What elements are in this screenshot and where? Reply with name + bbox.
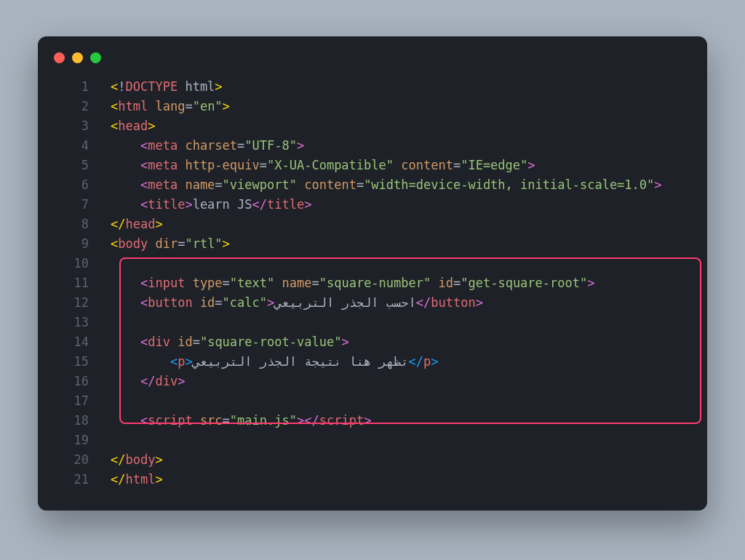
code-content[interactable]: <meta charset="UTF-8"> [111,138,304,153]
line-number: 2 [38,99,111,113]
code-line[interactable]: 18 <script src="main.js"></script> [38,410,707,430]
code-content[interactable]: <p>تظهر هنا نتيجة الجذر التربيعي</p> [111,354,438,369]
line-number: 12 [38,295,111,310]
line-number: 15 [38,354,111,369]
line-number: 13 [38,315,111,329]
code-line[interactable]: 14 <div id="square-root-value"> [38,332,707,351]
line-number: 20 [38,452,111,467]
line-number: 6 [38,177,111,192]
code-line[interactable]: 12 <button id="calc">احسب الجذر التربيعي… [38,292,707,312]
code-editor-window: 1<!DOCTYPE html>2<html lang="en">3<head>… [38,36,707,511]
code-line[interactable]: 10 [38,253,707,273]
code-line[interactable]: 16 </div> [38,371,707,391]
code-content[interactable]: <input type="text" name="square-number" … [111,276,594,290]
code-content[interactable]: <button id="calc">احسب الجذر التربيعي</b… [111,295,483,310]
code-content[interactable]: <script src="main.js"></script> [111,413,371,428]
code-line[interactable]: 21</html> [38,469,707,489]
code-line[interactable]: 6 <meta name="viewport" content="width=d… [38,175,707,194]
code-line[interactable]: 7 <title>learn JS</title> [38,194,707,214]
line-number: 17 [38,393,111,408]
line-number: 21 [38,472,111,487]
code-line[interactable]: 13 [38,312,707,332]
line-number: 4 [38,138,111,153]
close-icon[interactable] [54,52,65,63]
line-number: 3 [38,119,111,133]
code-line[interactable]: 20</body> [38,449,707,469]
code-line[interactable]: 1<!DOCTYPE html> [38,76,707,96]
code-content[interactable]: </div> [111,374,185,388]
line-number: 10 [38,256,111,271]
line-number: 5 [38,158,111,172]
code-content[interactable]: <!DOCTYPE html> [111,79,223,94]
maximize-icon[interactable] [90,52,101,63]
code-line[interactable]: 4 <meta charset="UTF-8"> [38,135,707,155]
code-content[interactable]: </html> [111,472,163,487]
line-number: 8 [38,217,111,231]
code-line[interactable]: 5 <meta http-equiv="X-UA-Compatible" con… [38,155,707,175]
code-content[interactable]: <body dir="rtl"> [111,236,230,251]
line-number: 19 [38,433,111,447]
code-content[interactable]: <head> [111,119,155,133]
code-line[interactable]: 15 <p>تظهر هنا نتيجة الجذر التربيعي</p> [38,351,707,371]
code-content[interactable]: <title>learn JS</title> [111,197,311,212]
line-number: 16 [38,374,111,388]
code-content[interactable]: <html lang="en"> [111,99,230,113]
code-line[interactable]: 9<body dir="rtl"> [38,233,707,253]
code-line[interactable]: 19 [38,430,707,449]
window-controls [38,52,707,63]
code-line[interactable]: 8</head> [38,214,707,233]
code-content[interactable]: <meta name="viewport" content="width=dev… [111,177,662,192]
line-number: 11 [38,276,111,290]
line-number: 18 [38,413,111,428]
code-content[interactable]: <meta http-equiv="X-UA-Compatible" conte… [111,158,535,172]
code-editor[interactable]: 1<!DOCTYPE html>2<html lang="en">3<head>… [38,76,707,489]
line-number: 7 [38,197,111,212]
code-content[interactable]: </body> [111,452,163,467]
minimize-icon[interactable] [72,52,83,63]
code-content[interactable]: <div id="square-root-value"> [111,335,349,349]
line-number: 14 [38,335,111,349]
code-line[interactable]: 11 <input type="text" name="square-numbe… [38,273,707,292]
code-line[interactable]: 3<head> [38,116,707,135]
code-line[interactable]: 2<html lang="en"> [38,96,707,116]
line-number: 9 [38,236,111,251]
line-number: 1 [38,79,111,94]
code-line[interactable]: 17 [38,391,707,410]
code-content[interactable]: </head> [111,217,163,231]
